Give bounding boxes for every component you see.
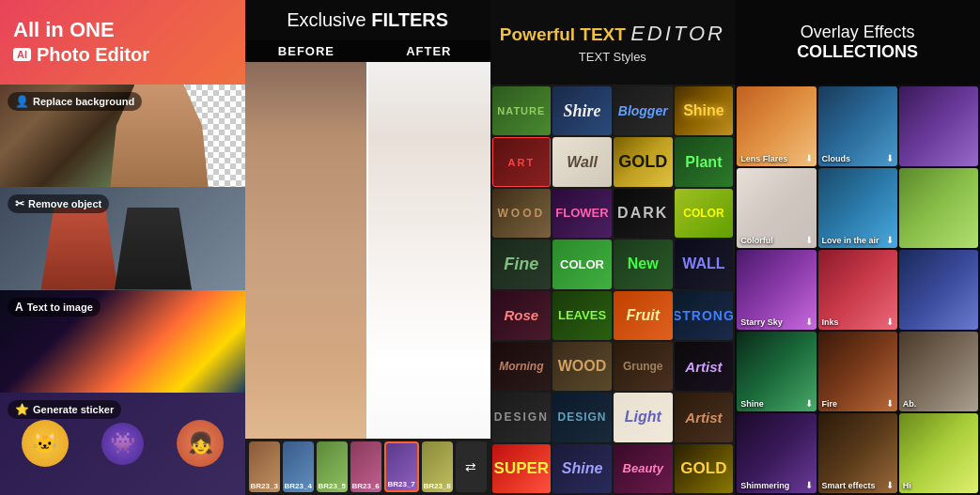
overlay-shine-label: Shine <box>740 399 764 409</box>
overlay-item-smart[interactable]: Smart effects ⬇ <box>818 413 897 493</box>
panel1-ai-row: AI Photo Editor <box>13 44 232 66</box>
text-cell-art[interactable]: ART <box>492 137 552 186</box>
thumb3-label: BR23_5 <box>317 482 348 490</box>
swap-icon-btn[interactable]: ⇄ <box>456 441 487 492</box>
text-cell-shine2[interactable]: Shine <box>552 444 612 493</box>
overlay-shimmering-label: Shimmering <box>740 481 789 490</box>
overlay-item-clouds[interactable]: Clouds ⬇ <box>818 86 897 166</box>
filter-thumb-3[interactable]: BR23_5 <box>317 441 348 492</box>
thumb6-label: BR23_8 <box>422 482 453 490</box>
overlay-dl-6[interactable]: ⬇ <box>805 317 813 327</box>
before-after-bar: BEFORE AFTER <box>245 40 490 62</box>
text-cell-beauty[interactable]: Beauty <box>614 444 673 493</box>
remove-person1 <box>37 208 122 289</box>
text-cell-gold2[interactable]: GOLD <box>675 444 734 493</box>
overlay-dl-3[interactable]: ⬇ <box>805 235 813 245</box>
text-cell-plant[interactable]: Plant <box>675 137 734 186</box>
text-cell-wood[interactable]: WOOD <box>492 189 552 238</box>
overlay-title-2: COLLECTIONS <box>744 42 971 62</box>
filter-thumb-4[interactable]: BR23_6 <box>350 441 381 492</box>
text-cell-fruit[interactable]: Fruit <box>614 291 673 340</box>
panel-filters: Exclusive FILTERS BEFORE AFTER BR23_3 BR… <box>245 0 490 495</box>
text-cell-color2[interactable]: COLOR <box>552 240 612 288</box>
filter-thumb-6[interactable]: BR23_8 <box>422 441 453 492</box>
text-cell-design2[interactable]: DESIGN <box>552 393 612 441</box>
overlay-item-6[interactable] <box>899 168 978 248</box>
filter-thumb-1[interactable]: BR23_3 <box>249 441 280 492</box>
overlay-item-lens-flares[interactable]: Lens Flares ⬇ <box>737 86 816 166</box>
feature-text-to-image[interactable]: A Text to image <box>0 290 245 393</box>
text-cell-wood2[interactable]: WOOD <box>552 342 612 391</box>
text-cell-new[interactable]: New <box>614 240 673 288</box>
panel-text-editor: Powerful TEXT EDITOR TEXT Styles NATURE … <box>490 0 736 495</box>
overlay-dl-4[interactable]: ⬇ <box>886 235 894 245</box>
text-cell-gold[interactable]: GOLD <box>614 137 673 186</box>
overlay-dl-0[interactable]: ⬇ <box>805 153 813 163</box>
overlay-item-hi[interactable]: Hi <box>899 413 978 493</box>
overlay-item-3[interactable] <box>899 86 978 166</box>
text-cell-blogger[interactable]: Blogger <box>614 86 673 135</box>
text-cell-nature[interactable]: NATURE <box>492 86 552 135</box>
overlay-item-colorful[interactable]: Colorful ⬇ <box>737 168 816 248</box>
overlay-ab-label: Ab. <box>903 399 917 409</box>
replace-bg-text: Replace background <box>33 96 134 107</box>
text-cell-color[interactable]: color <box>675 189 734 238</box>
thumb1-label: BR23_3 <box>249 482 280 490</box>
overlay-clouds-label: Clouds <box>822 154 851 163</box>
text-cell-grunge[interactable]: Grunge <box>614 342 673 391</box>
scissors-icon: ✂ <box>15 197 24 210</box>
filter-thumbnails: BR23_3 BR23_4 BR23_5 BR23_6 BR23_7 BR23_… <box>245 439 490 495</box>
filters-header: Exclusive FILTERS <box>245 0 490 40</box>
overlay-item-starry[interactable]: Starry Sky ⬇ <box>737 250 816 330</box>
feature-replace-bg[interactable]: 👤 Replace background <box>0 85 245 187</box>
text-cell-artist[interactable]: Artist <box>675 342 734 391</box>
feature-remove-object[interactable]: ✂ Remove object <box>0 187 245 289</box>
overlay-item-shine[interactable]: Shine ⬇ <box>737 332 816 411</box>
text-cell-super[interactable]: SUPER <box>492 444 552 493</box>
filter-thumb-2[interactable]: BR23_4 <box>283 441 314 492</box>
overlay-dl-1[interactable]: ⬇ <box>886 153 894 163</box>
overlay-inks-label: Inks <box>822 317 839 327</box>
overlay-item-inks[interactable]: Inks ⬇ <box>818 250 897 330</box>
feature-generate-sticker[interactable]: 🐱 👾 👧 ⭐ Generate sticker <box>0 393 245 495</box>
text-cell-wall2[interactable]: WALL <box>675 240 734 288</box>
panel1-header: All in ONE AI Photo Editor <box>0 0 245 85</box>
text-cell-dark[interactable]: DARK <box>614 189 673 238</box>
text-cell-arttext[interactable]: Artist <box>675 393 734 441</box>
overlay-dl-7[interactable]: ⬇ <box>886 317 894 327</box>
overlay-item-love[interactable]: Love in the air ⬇ <box>818 168 897 248</box>
filter-thumb-5[interactable]: BR23_7 <box>384 441 419 492</box>
overlay-starry-label: Starry Sky <box>740 317 783 327</box>
overlay-header: Overlay Effects COLLECTIONS <box>735 0 980 85</box>
overlay-love-label: Love in the air <box>822 236 879 245</box>
before-label: BEFORE <box>245 40 367 62</box>
overlay-item-shimmering[interactable]: Shimmering ⬇ <box>737 413 816 493</box>
text-cell-design[interactable]: DESIGN <box>492 393 552 441</box>
overlay-item-fire[interactable]: Fire ⬇ <box>818 332 897 411</box>
after-label: AFTER <box>367 40 490 62</box>
overlay-item-ab[interactable]: Ab. <box>899 332 978 411</box>
filters-title-bold: FILTERS <box>371 9 448 30</box>
overlay-colorful-label: Colorful <box>740 236 773 245</box>
text-cell-fine[interactable]: Fine <box>492 240 552 288</box>
overlay-item-9[interactable] <box>899 250 978 330</box>
overlay-grid: Lens Flares ⬇ Clouds ⬇ Colorful ⬇ Love i… <box>735 85 980 495</box>
filter-preview <box>245 62 490 439</box>
overlay-dl-12[interactable]: ⬇ <box>805 480 813 490</box>
text-cell-strong[interactable]: STRONG <box>675 291 734 340</box>
text-cell-flower[interactable]: FLOWER <box>552 189 612 238</box>
text-cell-leaves[interactable]: Leaves <box>552 291 612 340</box>
text-cell-light[interactable]: Light <box>614 393 673 441</box>
filters-title-prefix: Exclusive <box>287 9 371 30</box>
overlay-dl-9[interactable]: ⬇ <box>805 398 813 409</box>
text-styles-grid: NATURE Shire Blogger Shine ART Wall GOLD… <box>490 85 736 495</box>
text-cell-morning[interactable]: Morning <box>492 342 552 391</box>
text-cell-wall[interactable]: Wall <box>552 137 612 186</box>
text-editor-stylized: EDITOR <box>630 22 725 45</box>
text-cell-shire[interactable]: Shire <box>552 86 612 135</box>
text-cell-rose[interactable]: Rose <box>492 291 552 340</box>
panel1-title-line2: Photo Editor <box>37 44 149 66</box>
overlay-dl-13[interactable]: ⬇ <box>886 480 894 490</box>
text-cell-shine[interactable]: Shine <box>675 86 734 135</box>
overlay-dl-10[interactable]: ⬇ <box>886 398 894 409</box>
